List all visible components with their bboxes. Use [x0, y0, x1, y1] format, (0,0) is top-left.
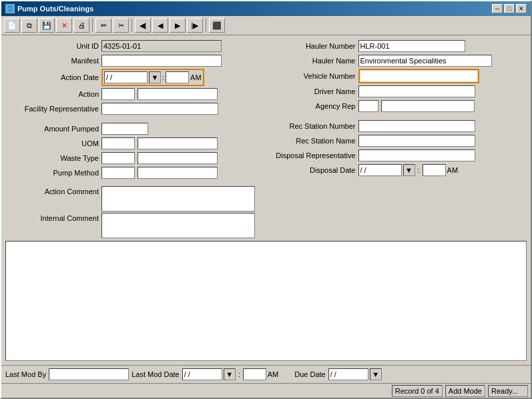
hauler-name-input[interactable]	[358, 55, 492, 67]
driver-name-row: Driver Name	[269, 85, 527, 98]
agency-rep-code-input[interactable]	[358, 100, 378, 112]
disposal-date-dropdown[interactable]: ▼	[403, 164, 415, 176]
vehicle-number-row: Vehicle Number	[269, 69, 527, 83]
add-mode-text: Add Mode	[449, 387, 482, 395]
facility-rep-input[interactable]	[101, 103, 218, 115]
add-mode-panel: Add Mode	[445, 385, 485, 397]
due-date-dropdown[interactable]: ▼	[370, 368, 382, 380]
new-button[interactable]: 📄	[4, 18, 20, 33]
big-textarea[interactable]	[5, 241, 527, 361]
action-date-label: Action Date	[5, 73, 99, 81]
disposal-time-colon: :	[418, 166, 420, 174]
nav-prev-button[interactable]: ◀	[152, 18, 168, 33]
action-comment-textarea[interactable]	[101, 186, 255, 212]
action-time-colon: :	[162, 73, 164, 81]
edit-button[interactable]: ✏	[95, 18, 111, 33]
hauler-name-row: Hauler Name	[269, 54, 527, 67]
cut-button[interactable]: ✂	[113, 18, 129, 33]
action-desc-input[interactable]	[138, 88, 218, 100]
separator-1	[92, 19, 93, 32]
last-mod-date-field: ▼ : AM	[182, 368, 279, 380]
delete-button[interactable]: ✕	[56, 18, 72, 33]
action-code-input[interactable]	[101, 88, 135, 100]
rec-station-name-label: Rec Station Name	[269, 137, 356, 145]
action-comment-row: Action Comment	[5, 186, 264, 212]
hauler-number-row: Hauler Number	[269, 39, 527, 53]
rec-station-name-row: Rec Station Name	[269, 134, 527, 147]
uom-label: UOM	[5, 139, 99, 147]
action-row: Action	[5, 87, 264, 101]
minimize-button[interactable]: ─	[492, 4, 503, 13]
maximize-button[interactable]: □	[504, 4, 515, 13]
action-time-input[interactable]	[166, 71, 189, 83]
action-date-input[interactable]	[104, 71, 148, 83]
record-info-panel: Record 0 of 4	[392, 385, 443, 397]
action-label: Action	[5, 90, 99, 98]
amount-pumped-label: Amount Pumped	[5, 125, 99, 133]
pump-method-desc-input[interactable]	[138, 167, 218, 179]
uom-code-input[interactable]	[101, 137, 135, 149]
action-date-highlight: ▼ : AM	[101, 69, 204, 86]
due-date-field: ▼	[328, 368, 382, 380]
record-info-text: Record 0 of 4	[395, 387, 439, 395]
uom-desc-input[interactable]	[138, 137, 218, 149]
last-mod-by-label: Last Mod By	[5, 370, 46, 378]
title-buttons: ─ □ ✕	[492, 4, 527, 13]
due-date-input[interactable]	[328, 368, 368, 380]
last-mod-time-input[interactable]	[243, 368, 266, 380]
agency-rep-desc-input[interactable]	[381, 100, 475, 112]
last-mod-date-label: Last Mod Date	[131, 370, 180, 378]
amount-pumped-input[interactable]	[101, 123, 148, 135]
hauler-number-input[interactable]	[358, 40, 465, 52]
vehicle-number-input[interactable]	[360, 71, 477, 81]
toolbar: 📄 ⧉ 💾 ✕ 🖨 ✏ ✂ ◀| ◀ ▶ |▶ ⬛	[1, 16, 531, 35]
internal-comment-textarea[interactable]	[101, 213, 255, 238]
internal-comment-row: Internal Comment	[5, 213, 264, 238]
nav-last-button[interactable]: |▶	[187, 18, 203, 33]
facility-rep-label: Facility Representative	[5, 105, 99, 113]
pump-method-code-input[interactable]	[101, 167, 135, 179]
save-button[interactable]: 💾	[39, 18, 55, 33]
pump-method-row: Pump Method	[5, 166, 264, 179]
waste-type-code-input[interactable]	[101, 152, 135, 164]
hauler-number-label: Hauler Number	[269, 42, 356, 50]
ready-text: Ready...	[491, 387, 518, 395]
last-mod-date-dropdown[interactable]: ▼	[224, 368, 236, 380]
action-date-dropdown[interactable]: ▼	[149, 71, 161, 83]
last-mod-date-input[interactable]	[182, 368, 222, 380]
left-column: Unit ID Manifest Action Date ▼ :	[5, 39, 264, 238]
form-content: Unit ID Manifest Action Date ▼ :	[1, 35, 531, 365]
last-mod-by-input[interactable]	[49, 368, 129, 380]
manifest-label: Manifest	[5, 57, 99, 65]
disposal-date-field: ▼ : AM	[358, 164, 459, 176]
ready-panel: Ready...	[488, 385, 528, 397]
amount-pumped-row: Amount Pumped	[5, 122, 264, 135]
disposal-rep-input[interactable]	[358, 149, 475, 161]
unit-id-input[interactable]	[101, 40, 222, 52]
action-ampm-label: AM	[190, 73, 202, 81]
rec-station-name-input[interactable]	[358, 135, 475, 147]
driver-name-input[interactable]	[358, 85, 475, 97]
disposal-date-input[interactable]	[358, 164, 402, 176]
rec-station-number-label: Rec Station Number	[269, 122, 356, 130]
big-text-area-container	[5, 241, 527, 361]
due-date-label: Due Date	[294, 370, 325, 378]
unit-id-row: Unit ID	[5, 39, 264, 53]
main-form-cols: Unit ID Manifest Action Date ▼ :	[5, 39, 527, 238]
manifest-input[interactable]	[101, 55, 222, 67]
rec-station-number-input[interactable]	[358, 120, 475, 132]
action-button[interactable]: ⬛	[209, 18, 225, 33]
divider-3	[269, 114, 527, 118]
copy-button[interactable]: ⧉	[21, 18, 37, 33]
disposal-time-input[interactable]	[423, 164, 446, 176]
nav-next-button[interactable]: ▶	[170, 18, 186, 33]
pump-method-label: Pump Method	[5, 169, 99, 177]
divider-1	[5, 117, 264, 121]
waste-type-desc-input[interactable]	[138, 152, 218, 164]
nav-first-button[interactable]: ◀|	[135, 18, 151, 33]
action-comment-label: Action Comment	[5, 186, 99, 195]
close-button[interactable]: ✕	[516, 4, 527, 13]
print-button[interactable]: 🖨	[73, 18, 89, 33]
action-date-row: Action Date ▼ : AM	[5, 69, 264, 86]
vehicle-number-label: Vehicle Number	[269, 72, 356, 80]
